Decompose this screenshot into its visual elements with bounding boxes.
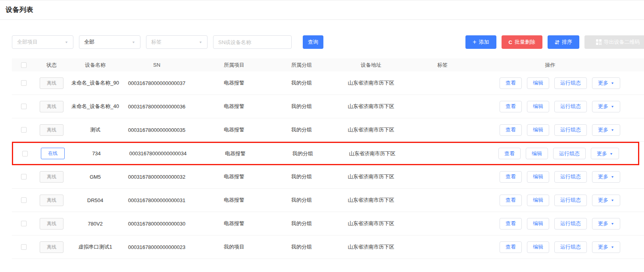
view-button[interactable]: 查看 bbox=[500, 124, 522, 136]
row-checkbox[interactable] bbox=[21, 197, 27, 203]
runtime-config-button[interactable]: 运行组态 bbox=[554, 77, 587, 89]
status-badge: 离线 bbox=[40, 77, 63, 89]
search-input[interactable] bbox=[213, 35, 292, 49]
device-sn-cell: 00031678000000000032 bbox=[123, 174, 190, 180]
more-button[interactable]: 更多 ▼ bbox=[592, 101, 620, 112]
query-button[interactable]: 查询 bbox=[303, 35, 323, 49]
device-name-cell: GM5 bbox=[67, 174, 123, 180]
chevron-down-icon: ▼ bbox=[611, 222, 614, 226]
device-name-cell: 780V2 bbox=[67, 221, 123, 227]
chevron-down-icon: ▼ bbox=[199, 41, 202, 44]
sort-button[interactable]: 排序 bbox=[548, 35, 579, 49]
device-name-cell: 测试 bbox=[67, 126, 123, 133]
edit-button[interactable]: 编辑 bbox=[527, 195, 549, 206]
runtime-config-button[interactable]: 运行组态 bbox=[554, 171, 587, 183]
title-divider bbox=[0, 19, 644, 20]
chevron-down-icon: ▼ bbox=[611, 81, 614, 85]
project-select-value: 全部项目 bbox=[17, 39, 38, 46]
row-checkbox[interactable] bbox=[22, 151, 28, 156]
more-button[interactable]: 更多 ▼ bbox=[591, 148, 619, 159]
device-group-cell: 我的分组 bbox=[278, 243, 325, 251]
view-button[interactable]: 查看 bbox=[500, 171, 522, 183]
more-button[interactable]: 更多 ▼ bbox=[592, 241, 620, 253]
row-checkbox[interactable] bbox=[21, 127, 27, 133]
edit-button[interactable]: 编辑 bbox=[527, 218, 549, 230]
status-badge: 离线 bbox=[40, 171, 63, 183]
edit-button[interactable]: 编辑 bbox=[527, 101, 549, 112]
table-row: 离线 GM5 00031678000000000032 电器报警 我的分组 山东… bbox=[12, 165, 644, 189]
edit-button[interactable]: 编辑 bbox=[527, 241, 549, 253]
row-checkbox[interactable] bbox=[21, 80, 27, 86]
device-project-cell: 电器报警 bbox=[190, 197, 278, 204]
device-address-cell: 山东省济南市历下区 bbox=[325, 103, 417, 110]
plus-icon: + bbox=[473, 39, 476, 45]
device-project-cell: 电器报警 bbox=[190, 103, 278, 110]
scope-select-value: 全部 bbox=[84, 39, 94, 46]
view-button[interactable]: 查看 bbox=[500, 195, 522, 206]
row-actions: 查看 编辑 运行组态 更多 ▼ bbox=[480, 218, 644, 230]
row-checkbox[interactable] bbox=[21, 221, 27, 226]
column-header-tags: 标签 bbox=[417, 62, 480, 69]
device-address-cell: 山东省济南市历下区 bbox=[327, 150, 418, 157]
device-group-cell: 我的分组 bbox=[278, 103, 325, 110]
table-body: 离线 未命名_设备名称_90 00031678000000000037 电器报警… bbox=[12, 71, 644, 259]
runtime-config-button[interactable]: 运行组态 bbox=[554, 101, 587, 112]
table-header-row: 状态 设备名称 SN 所属项目 所属分组 设备地址 标签 操作 bbox=[12, 58, 644, 71]
refresh-icon: C bbox=[509, 39, 512, 45]
table-row: 离线 未命名_设备名称_40 00031678000000000036 电器报警… bbox=[12, 95, 644, 118]
export-qr-button[interactable]: 导出设备二维码 bbox=[584, 35, 644, 49]
more-button[interactable]: 更多 ▼ bbox=[592, 77, 620, 89]
runtime-config-button[interactable]: 运行组态 bbox=[554, 218, 587, 230]
edit-button[interactable]: 编辑 bbox=[527, 77, 549, 89]
more-button[interactable]: 更多 ▼ bbox=[592, 218, 620, 230]
chevron-down-icon: ▼ bbox=[611, 245, 614, 249]
view-button[interactable]: 查看 bbox=[500, 77, 522, 89]
view-button[interactable]: 查看 bbox=[498, 148, 521, 159]
device-group-cell: 我的分组 bbox=[278, 79, 325, 87]
column-header-address: 设备地址 bbox=[325, 62, 417, 69]
row-checkbox[interactable] bbox=[21, 244, 27, 250]
table-row: 离线 未命名_设备名称_90 00031678000000000037 电器报警… bbox=[12, 71, 644, 95]
scope-select[interactable]: 全部 ▼ bbox=[79, 35, 140, 49]
runtime-config-button[interactable]: 运行组态 bbox=[554, 195, 587, 206]
device-address-cell: 山东省济南市历下区 bbox=[325, 197, 417, 204]
chevron-down-icon: ▼ bbox=[611, 199, 614, 202]
edit-button[interactable]: 编辑 bbox=[526, 148, 548, 159]
device-project-cell: 电器报警 bbox=[190, 126, 278, 133]
select-all-checkbox[interactable] bbox=[21, 62, 27, 68]
edit-button[interactable]: 编辑 bbox=[527, 171, 549, 183]
row-checkbox[interactable] bbox=[21, 174, 27, 179]
device-group-cell: 我的分组 bbox=[278, 126, 325, 133]
sort-icon bbox=[555, 40, 559, 45]
batch-delete-button[interactable]: C 批量删除 bbox=[502, 35, 542, 49]
row-actions: 查看 编辑 运行组态 更多 ▼ bbox=[480, 171, 644, 183]
page-title: 设备列表 bbox=[0, 0, 644, 19]
device-name-cell: 734 bbox=[69, 150, 124, 156]
more-button[interactable]: 更多 ▼ bbox=[592, 195, 620, 206]
status-badge: 离线 bbox=[40, 124, 63, 136]
runtime-config-button[interactable]: 运行组态 bbox=[553, 148, 586, 159]
runtime-config-button[interactable]: 运行组态 bbox=[554, 124, 587, 136]
table-row: 离线 DR504 00031678000000000031 电器报警 我的分组 … bbox=[12, 189, 644, 212]
edit-button[interactable]: 编辑 bbox=[527, 124, 549, 136]
chevron-down-icon: ▼ bbox=[132, 41, 135, 44]
qr-code-icon bbox=[596, 39, 602, 45]
device-group-cell: 我的分组 bbox=[278, 197, 325, 204]
device-project-cell: 电器报警 bbox=[190, 220, 278, 227]
view-button[interactable]: 查看 bbox=[500, 241, 522, 253]
device-address-cell: 山东省济南市历下区 bbox=[325, 220, 417, 227]
device-group-cell: 我的分组 bbox=[278, 173, 325, 180]
add-button[interactable]: + 添加 bbox=[465, 35, 496, 49]
more-button[interactable]: 更多 ▼ bbox=[592, 171, 620, 183]
toolbar-actions: + 添加 C 批量删除 排序 导出设备二维码 bbox=[465, 35, 644, 49]
view-button[interactable]: 查看 bbox=[500, 218, 522, 230]
project-select[interactable]: 全部项目 ▼ bbox=[12, 35, 73, 49]
device-group-cell: 我的分组 bbox=[279, 150, 327, 157]
device-sn-cell: 00031678000000000037 bbox=[123, 80, 190, 86]
tag-select[interactable]: 标签 ▼ bbox=[146, 35, 208, 49]
view-button[interactable]: 查看 bbox=[500, 101, 522, 112]
device-project-cell: 电器报警 bbox=[192, 150, 279, 157]
more-button[interactable]: 更多 ▼ bbox=[592, 124, 620, 136]
row-checkbox[interactable] bbox=[21, 104, 27, 109]
runtime-config-button[interactable]: 运行组态 bbox=[554, 241, 587, 253]
